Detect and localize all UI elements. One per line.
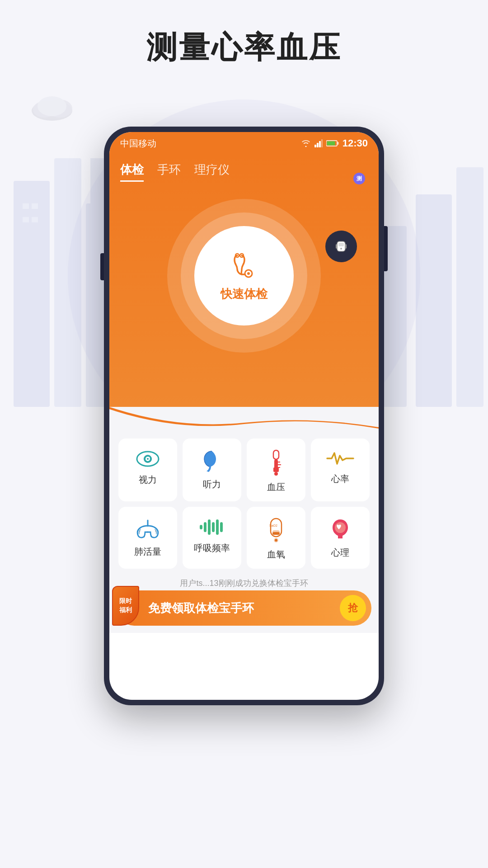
- svg-point-28: [247, 272, 250, 275]
- phone-wrapper: 中国移动: [104, 127, 384, 705]
- wave-divider: [109, 407, 379, 429]
- page-title-area: 测量心率血压: [0, 27, 488, 68]
- grab-button[interactable]: 抢: [340, 595, 366, 621]
- svg-point-39: [274, 472, 278, 476]
- svg-rect-3: [23, 217, 29, 222]
- heartrate-label: 心率: [331, 473, 349, 485]
- svg-rect-43: [200, 525, 202, 529]
- quick-checkup-button[interactable]: 快速体检: [194, 226, 294, 326]
- svg-rect-20: [327, 142, 335, 146]
- svg-rect-21: [337, 142, 338, 145]
- carrier-label: 中国移动: [120, 137, 156, 150]
- stethoscope-icon: [228, 250, 260, 282]
- svg-rect-36: [273, 450, 279, 459]
- svg-rect-4: [32, 217, 38, 222]
- svg-text:SaO2: SaO2: [269, 524, 277, 527]
- grab-label: 抢: [348, 601, 358, 615]
- center-button-label: 快速体检: [221, 286, 267, 302]
- status-time: 12:30: [343, 137, 368, 149]
- svg-rect-16: [317, 143, 319, 147]
- outer-ring: 快速体检: [167, 199, 321, 353]
- svg-rect-9: [456, 167, 483, 407]
- spo2-icon: SaO2: [266, 518, 286, 543]
- svg-rect-0: [14, 181, 50, 407]
- svg-rect-26: [345, 244, 347, 249]
- cloud-decoration: [27, 90, 81, 124]
- svg-rect-5: [54, 158, 81, 407]
- svg-point-14: [38, 96, 66, 116]
- svg-rect-47: [216, 519, 219, 535]
- svg-rect-25: [336, 244, 338, 249]
- svg-rect-7: [90, 158, 104, 203]
- tab-bar: 体检 手环 理疗仪: [120, 155, 368, 185]
- band-icon: [333, 238, 350, 255]
- svg-rect-18: [321, 139, 323, 147]
- vision-icon: [136, 449, 160, 468]
- status-icons: 12:30: [301, 137, 368, 149]
- tab-therapy[interactable]: 理疗仪: [194, 162, 230, 182]
- svg-rect-8: [416, 194, 452, 407]
- tab-bracelet[interactable]: 手环: [157, 162, 181, 182]
- limited-badge: 限时福利: [112, 586, 139, 626]
- heartrate-item[interactable]: 心率: [311, 439, 370, 501]
- spo2-item[interactable]: SaO2 血氧: [247, 507, 305, 569]
- band-badge: 测: [353, 173, 365, 184]
- signal-icon: [314, 139, 323, 147]
- mental-item[interactable]: 心理: [311, 507, 370, 569]
- bp-icon: [268, 449, 284, 476]
- svg-rect-15: [314, 145, 316, 147]
- center-action-area: 快速体检: [120, 185, 368, 353]
- bp-item[interactable]: 血压: [247, 439, 305, 501]
- spo2-label: 血氧: [267, 548, 285, 561]
- bottom-banner-wrapper[interactable]: 限时福利 免费领取体检宝手环 抢: [109, 590, 379, 633]
- svg-rect-44: [204, 522, 206, 532]
- svg-rect-45: [208, 519, 211, 535]
- inner-ring: 快速体检: [181, 212, 307, 339]
- vision-label: 视力: [139, 474, 157, 486]
- hearing-label: 听力: [203, 478, 221, 491]
- hearing-icon: [202, 449, 222, 473]
- phone-screen: 中国移动: [109, 132, 379, 700]
- health-grid-row1: 视力 听力: [118, 439, 370, 501]
- status-bar: 中国移动: [109, 132, 379, 155]
- tab-physical[interactable]: 体检: [120, 162, 144, 182]
- health-grid-row2: 肺活量 呼吸频率: [118, 507, 370, 569]
- bottom-spacer: [109, 626, 379, 633]
- wifi-icon: [301, 139, 311, 147]
- svg-rect-17: [319, 141, 321, 147]
- svg-rect-46: [212, 522, 215, 532]
- header-area: 体检 手环 理疗仪: [109, 155, 379, 407]
- mental-label: 心理: [331, 547, 349, 559]
- vision-item[interactable]: 视力: [118, 439, 177, 501]
- svg-rect-48: [220, 522, 223, 532]
- limited-label: 限时福利: [119, 597, 132, 614]
- svg-rect-23: [338, 243, 344, 246]
- content-area: 视力 听力: [109, 429, 379, 590]
- bp-label: 血压: [267, 481, 285, 493]
- phone-frame: 中国移动: [104, 127, 384, 705]
- banner-main-text: 免费领取体检宝手环: [148, 600, 340, 616]
- hearing-item[interactable]: 听力: [183, 439, 241, 501]
- lung-item[interactable]: 肺活量: [118, 507, 177, 569]
- bottom-banner[interactable]: 限时福利 免费领取体检宝手环 抢: [117, 590, 371, 626]
- lung-icon: [135, 518, 160, 540]
- svg-rect-51: [272, 532, 280, 535]
- svg-point-34: [147, 458, 149, 460]
- svg-rect-2: [32, 203, 38, 209]
- mental-icon: [329, 518, 352, 541]
- main-title: 测量心率血压: [0, 27, 488, 68]
- band-button[interactable]: [325, 231, 357, 262]
- notification-area: 用户ts...13刚刚成功兑换体检宝手环: [118, 574, 370, 590]
- svg-point-35: [149, 457, 150, 458]
- breath-item[interactable]: 呼吸频率: [183, 507, 241, 569]
- svg-point-53: [275, 539, 277, 542]
- lung-label: 肺活量: [134, 546, 161, 558]
- battery-icon: [326, 140, 339, 147]
- svg-rect-1: [23, 203, 29, 209]
- svg-point-24: [340, 248, 342, 250]
- notification-text: 用户ts...13刚刚成功兑换体检宝手环: [180, 579, 308, 588]
- wave-svg: [109, 407, 379, 429]
- breath-icon: [198, 518, 226, 537]
- heartrate-icon: [326, 449, 354, 467]
- svg-rect-38: [273, 467, 279, 472]
